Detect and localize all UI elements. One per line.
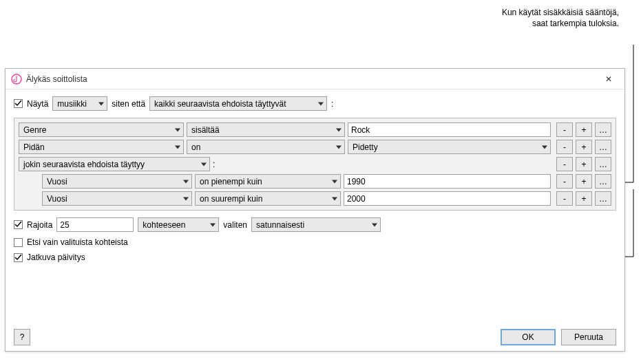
smart-playlist-dialog: Älykäs soittolista ✕ Näytä musiikki site…	[5, 68, 625, 352]
rule-row: Pidän on Pidetty - + …	[19, 140, 611, 154]
ellipsis-icon: …	[599, 125, 607, 135]
rule-row: Genre sisältää - + …	[19, 122, 611, 137]
live-update-checkbox[interactable]	[14, 253, 23, 262]
more-rule-button[interactable]: …	[595, 174, 611, 189]
cancel-label: Peruuta	[574, 332, 603, 342]
rule-field-select[interactable]: Vuosi	[42, 191, 192, 206]
chevron-down-icon	[318, 102, 324, 105]
add-rule-button[interactable]: +	[576, 191, 592, 206]
rule-operator-select[interactable]: on	[187, 140, 345, 154]
add-rule-button[interactable]: +	[576, 174, 592, 189]
plus-icon: +	[581, 125, 586, 135]
live-update-label: Jatkuva päivitys	[27, 253, 85, 262]
chevron-down-icon	[98, 102, 104, 105]
more-rule-button[interactable]: …	[595, 157, 611, 171]
rule-field-select[interactable]: Genre	[19, 122, 184, 137]
chevron-down-icon	[183, 197, 189, 200]
minus-icon: -	[563, 160, 566, 169]
limit-method-select[interactable]: satunnaisesti	[251, 217, 381, 232]
colon-label: :	[331, 99, 333, 109]
selecting-label: valiten	[223, 220, 247, 230]
remove-rule-button[interactable]: -	[556, 140, 573, 154]
add-rule-button[interactable]: +	[576, 157, 592, 171]
dialog-footer: ? OK Peruuta	[14, 322, 616, 345]
remove-rule-button[interactable]: -	[556, 191, 573, 206]
rule-value: Pidetty	[353, 142, 378, 152]
such-that-label: siten että	[112, 99, 145, 109]
plus-icon: +	[581, 160, 586, 169]
annotation-line2: saat tarkempia tuloksia.	[502, 18, 619, 29]
nested-condition-value: jokin seuraavista ehdoista täyttyy	[23, 160, 145, 169]
annotation-line1: Kun käytät sisäkkäisiä sääntöjä,	[502, 7, 619, 18]
remove-rule-button[interactable]: -	[556, 157, 573, 171]
media-type-select[interactable]: musiikki	[52, 96, 107, 111]
nested-rule-header: jokin seuraavista ehdoista täyttyy : - +…	[19, 157, 611, 171]
help-icon: ?	[20, 332, 25, 342]
chevron-down-icon	[175, 128, 180, 131]
show-label: Näytä	[27, 99, 48, 109]
chevron-down-icon	[175, 145, 180, 149]
limit-count-input[interactable]	[56, 217, 134, 232]
close-button[interactable]: ✕	[598, 71, 619, 87]
rule-value-input[interactable]	[348, 122, 551, 137]
rule-row: Vuosi on suurempi kuin - + …	[19, 191, 611, 206]
remove-rule-button[interactable]: -	[556, 174, 573, 189]
minus-icon: -	[563, 125, 566, 135]
rules-container: Genre sisältää - + … Pidän on	[14, 118, 616, 211]
rule-operator-value: on suurempi kuin	[200, 194, 262, 204]
close-icon: ✕	[605, 74, 612, 84]
rule-field-value: Pidän	[23, 142, 45, 152]
window-title: Älykäs soittolista	[26, 74, 598, 84]
plus-icon: +	[581, 142, 586, 152]
rule-value-input[interactable]	[344, 174, 551, 189]
match-condition-select[interactable]: kaikki seuraavista ehdoista täyttyvät	[149, 96, 327, 111]
media-type-value: musiikki	[57, 99, 87, 109]
more-rule-button[interactable]: …	[595, 191, 611, 206]
plus-icon: +	[581, 177, 586, 186]
rule-row: Vuosi on pienempi kuin - + …	[19, 174, 611, 189]
add-rule-button[interactable]: +	[576, 140, 592, 154]
limit-unit-select[interactable]: kohteeseen	[138, 217, 219, 232]
rule-operator-select[interactable]: on pienempi kuin	[195, 174, 341, 189]
match-row: Näytä musiikki siten että kaikki seuraav…	[14, 96, 616, 111]
rule-value-select[interactable]: Pidetty	[348, 140, 551, 154]
limit-row: Rajoita kohteeseen valiten satunnaisesti	[14, 217, 616, 232]
only-selected-checkbox[interactable]	[14, 238, 23, 247]
chevron-down-icon	[210, 223, 216, 226]
cancel-button[interactable]: Peruuta	[561, 329, 616, 345]
rule-value-input[interactable]	[344, 191, 551, 206]
ok-label: OK	[522, 332, 534, 342]
chevron-down-icon	[183, 180, 189, 183]
show-checkbox[interactable]	[14, 99, 23, 108]
rule-operator-value: sisältää	[191, 125, 220, 135]
rule-operator-value: on	[191, 142, 200, 152]
limit-checkbox[interactable]	[14, 220, 23, 229]
minus-icon: -	[563, 142, 566, 152]
more-rule-button[interactable]: …	[595, 122, 611, 137]
nested-condition-select[interactable]: jokin seuraavista ehdoista täyttyy	[19, 157, 210, 171]
app-icon	[11, 74, 22, 85]
minus-icon: -	[563, 177, 566, 186]
remove-rule-button[interactable]: -	[556, 122, 573, 137]
help-button[interactable]: ?	[14, 329, 30, 345]
rule-operator-select[interactable]: on suurempi kuin	[195, 191, 341, 206]
limit-method-value: satunnaisesti	[256, 220, 304, 230]
ellipsis-icon: …	[599, 160, 607, 169]
annotation-callout: Kun käytät sisäkkäisiä sääntöjä, saat ta…	[502, 7, 619, 29]
match-condition-value: kaikki seuraavista ehdoista täyttyvät	[154, 99, 286, 109]
rule-field-select[interactable]: Vuosi	[42, 174, 192, 189]
ok-button[interactable]: OK	[501, 329, 556, 345]
more-rule-button[interactable]: …	[595, 140, 611, 154]
chevron-down-icon	[332, 197, 337, 200]
limit-unit-value: kohteeseen	[143, 220, 185, 230]
ellipsis-icon: …	[599, 194, 607, 204]
titlebar: Älykäs soittolista ✕	[6, 69, 624, 89]
chevron-down-icon	[372, 223, 377, 226]
only-selected-label: Etsi vain valituista kohteista	[27, 237, 128, 247]
plus-icon: +	[581, 194, 586, 204]
rule-operator-select[interactable]: sisältää	[187, 122, 345, 137]
chevron-down-icon	[336, 128, 341, 131]
chevron-down-icon	[542, 145, 547, 149]
rule-field-select[interactable]: Pidän	[19, 140, 184, 154]
add-rule-button[interactable]: +	[576, 122, 592, 137]
